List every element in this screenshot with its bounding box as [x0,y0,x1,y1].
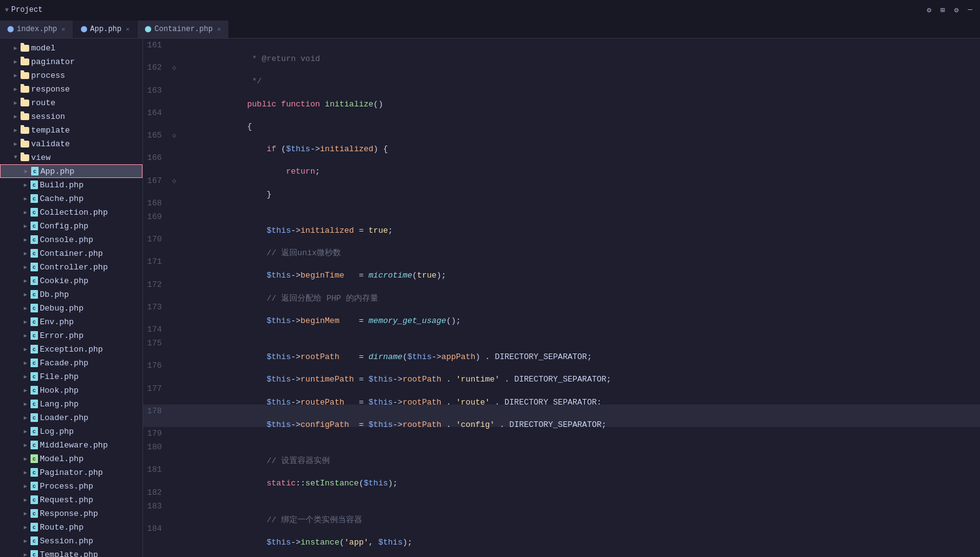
sidebar-label-Env-php: Env.php [40,317,74,327]
sidebar-label-Log-php: Log.php [40,427,74,436]
sidebar-item-response[interactable]: ▶ response [0,82,142,96]
sidebar-label-App-php: App.php [40,167,75,176]
title-bar-icons: ⚙ ⊞ ⚙ — [924,5,975,15]
arrow-Lang-php: ▶ [22,401,29,407]
line-number-174: 174 [143,323,169,337]
sidebar-item-App-php[interactable]: ▶ App.php [0,164,142,178]
sidebar-item-Cache-php[interactable]: ▶ Cache.php [0,192,142,205]
sidebar-item-Lang-php[interactable]: ▶ Lang.php [0,397,142,411]
sidebar-item-paginator[interactable]: ▶ paginator [0,55,142,68]
sidebar-item-Controller-php[interactable]: ▶ Controller.php [0,260,142,274]
file-icon-Cookie-php [30,276,38,285]
line-number-176: 176 [143,359,169,373]
line-number-180: 180 [143,441,169,454]
file-icon-Db-php [30,290,38,299]
sidebar-item-validate[interactable]: ▶ validate [0,137,142,151]
close-tab-container-php[interactable]: ✕ [217,26,221,33]
sidebar-item-Hook-php[interactable]: ▶ Hook.php [0,383,142,397]
arrow-Template-php: ▶ [22,551,29,557]
sidebar-item-session[interactable]: ▶ session [0,110,142,123]
sidebar-label-paginator: paginator [31,57,75,67]
arrow-Config-php: ▶ [22,223,29,229]
code-line-181: 181 static::setInstance($this); [143,463,980,485]
gear-icon[interactable]: ⚙ [951,5,961,15]
code-content-184: $this->instance('app', $this); [179,522,980,557]
sidebar-item-Collection-php[interactable]: ▶ Collection.php [0,205,142,219]
code-line-182: 182 [143,486,980,500]
sidebar-item-File-php[interactable]: ▶ File.php [0,370,142,383]
sidebar-item-Debug-php[interactable]: ▶ Debug.php [0,301,142,315]
tab-icon-container-php [145,26,151,32]
code-line-184: 184 $this->instance('app', $this); [143,522,980,545]
arrow-Route-php: ▶ [22,524,29,530]
sidebar-item-Process-php[interactable]: ▶ Process.php [0,479,142,493]
code-line-173: 173 $this->beginMem = memory_get_usage()… [143,301,980,323]
sidebar-item-Middleware-php[interactable]: ▶ Middleware.php [0,438,142,452]
code-editor[interactable]: 161 * @return void 162 ◇ */ 163 [143,39,980,557]
arrow-Loader-php: ▶ [22,414,29,421]
sidebar-item-Model-php[interactable]: ▶ Model.php [0,452,142,466]
minimize-icon[interactable]: — [965,5,975,15]
sidebar-item-Db-php[interactable]: ▶ Db.php [0,288,142,301]
code-line-172: 172 // 返回分配给 PHP 的内存量 [143,278,980,301]
settings-icon[interactable]: ⚙ [924,5,934,15]
sidebar-item-Container-php[interactable]: ▶ Container.php [0,246,142,260]
sidebar-item-Cookie-php[interactable]: ▶ Cookie.php [0,274,142,288]
sidebar-label-route: route [31,98,55,108]
sidebar-item-Env-php[interactable]: ▶ Env.php [0,315,142,329]
tab-app-php[interactable]: App.php ✕ [73,21,138,38]
split-icon[interactable]: ⊞ [938,5,948,15]
project-arrow: ▼ [5,7,9,14]
project-label[interactable]: ▼ Project [5,6,42,14]
sidebar-item-Console-php[interactable]: ▶ Console.php [0,233,142,246]
file-icon-Controller-php [30,263,38,271]
line-number-164: 164 [143,106,169,120]
arrow-Debug-php: ▶ [22,305,29,311]
sidebar-item-Exception-php[interactable]: ▶ Exception.php [0,342,142,356]
arrow-Exception-php: ▶ [22,346,29,352]
sidebar-item-Loader-php[interactable]: ▶ Loader.php [0,411,142,424]
code-line-176: 176 $this->runtimePath = $this->rootPath… [143,359,980,381]
code-line-162: 162 ◇ */ [143,61,980,83]
sidebar-item-Request-php[interactable]: ▶ Request.php [0,493,142,507]
sidebar-item-model[interactable]: ▶ model [0,41,142,55]
sidebar-label-Error-php: Error.php [40,331,83,340]
sidebar-item-Template-php[interactable]: ▶ Template.php [0,548,142,557]
line-number-170: 170 [143,233,169,246]
sidebar-label-template: template [31,126,70,135]
sidebar-item-Facade-php[interactable]: ▶ Facade.php [0,356,142,370]
sidebar-item-Config-php[interactable]: ▶ Config.php [0,219,142,233]
arrow-Facade-php: ▶ [22,360,29,366]
sidebar-item-Route-php[interactable]: ▶ Route.php [0,520,142,534]
code-line-168: 168 [143,197,980,210]
sidebar[interactable]: ▶ model ▶ paginator ▶ process ▶ response… [0,39,143,557]
sidebar-item-Build-php[interactable]: ▶ Build.php [0,178,142,192]
sidebar-item-view[interactable]: ▼ view [0,151,142,164]
sidebar-item-template[interactable]: ▶ template [0,123,142,137]
sidebar-item-Response-php[interactable]: ▶ Response.php [0,507,142,520]
folder-icon-validate [21,141,29,147]
sidebar-item-Paginator-php[interactable]: ▶ Paginator.php [0,466,142,479]
file-icon-Model-php [30,454,38,463]
sidebar-label-Container-php: Container.php [40,249,103,258]
line-number-181: 181 [143,463,169,477]
file-icon-Cache-php [30,194,38,203]
file-icon-Env-php [30,317,38,326]
folder-icon-session [21,113,29,120]
sidebar-item-Log-php[interactable]: ▶ Log.php [0,424,142,438]
sidebar-item-route[interactable]: ▶ route [0,96,142,110]
tab-icon-index-php [7,26,14,32]
line-number-169: 169 [143,210,169,224]
tab-index-php[interactable]: index.php ✕ [0,21,73,38]
close-tab-app-php[interactable]: ✕ [126,26,129,33]
sidebar-item-Error-php[interactable]: ▶ Error.php [0,329,142,342]
tab-container-php[interactable]: Container.php ✕ [138,21,229,38]
sidebar-item-Session-php[interactable]: ▶ Session.php [0,534,142,548]
fold-165: ◇ [169,129,179,143]
code-line-167: 167 ◇ } [143,174,980,197]
arrow-response: ▶ [12,86,19,92]
sidebar-item-process[interactable]: ▶ process [0,68,142,82]
arrow-view: ▼ [12,154,19,161]
close-tab-index-php[interactable]: ✕ [62,26,65,33]
sidebar-label-view: view [31,153,50,162]
